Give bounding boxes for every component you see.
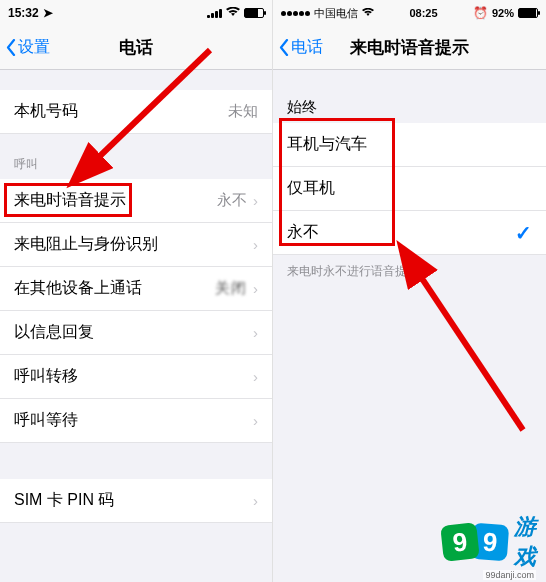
option-headphones-car[interactable]: 耳机与汽车: [273, 123, 546, 167]
row-other-devices[interactable]: 在其他设备上通话 关闭 ›: [0, 267, 272, 311]
status-time: 08:25: [374, 7, 473, 19]
chevron-left-icon: [6, 39, 16, 56]
chevron-right-icon: ›: [253, 324, 258, 341]
section-header-call: 呼叫: [0, 134, 272, 179]
row-label: 呼叫转移: [14, 366, 78, 387]
chevron-right-icon: ›: [253, 492, 258, 509]
alarm-icon: ⏰: [473, 6, 488, 20]
logo-digit: 9: [440, 522, 480, 562]
back-label: 电话: [291, 37, 323, 58]
row-label: 来电时语音提示: [14, 190, 126, 211]
row-label: SIM 卡 PIN 码: [14, 490, 114, 511]
row-label: 来电阻止与身份识别: [14, 234, 158, 255]
row-value: 关闭: [215, 279, 247, 298]
chevron-right-icon: ›: [253, 368, 258, 385]
left-phone-screen: 15:32 ➤ 设置 电话 本机号码 未知: [0, 0, 273, 582]
nav-bar: 设置 电话: [0, 26, 272, 70]
status-bar: 15:32 ➤: [0, 0, 272, 26]
signal-icon: [207, 9, 222, 18]
chevron-right-icon: ›: [253, 236, 258, 253]
watermark-url: 99danji.com: [483, 570, 536, 580]
chevron-left-icon: [279, 39, 289, 56]
section-header: 始终: [273, 70, 546, 123]
row-call-forwarding[interactable]: 呼叫转移 ›: [0, 355, 272, 399]
wifi-icon: [362, 6, 374, 20]
right-phone-screen: 中国电信 08:25 ⏰ 92% 电话 来电时语音提示 始终: [273, 0, 546, 582]
wifi-icon: [226, 6, 240, 20]
nav-bar: 电话 来电时语音提示: [273, 26, 546, 70]
chevron-right-icon: ›: [253, 412, 258, 429]
option-headphones-only[interactable]: 仅耳机: [273, 167, 546, 211]
row-label: 本机号码: [14, 101, 78, 122]
option-never[interactable]: 永不 ✓: [273, 211, 546, 255]
row-label: 呼叫等待: [14, 410, 78, 431]
back-button[interactable]: 电话: [273, 37, 329, 58]
row-sim-pin[interactable]: SIM 卡 PIN 码 ›: [0, 479, 272, 523]
row-value: 未知: [228, 102, 258, 121]
battery-icon: [518, 8, 538, 18]
carrier-label: 中国电信: [314, 6, 358, 21]
option-label: 永不: [287, 222, 319, 243]
battery-icon: [244, 8, 264, 18]
row-label: 在其他设备上通话: [14, 278, 142, 299]
row-block-id[interactable]: 来电阻止与身份识别 ›: [0, 223, 272, 267]
row-value: 永不: [217, 191, 247, 210]
status-bar: 中国电信 08:25 ⏰ 92%: [273, 0, 546, 26]
back-label: 设置: [18, 37, 50, 58]
option-label: 仅耳机: [287, 178, 335, 199]
row-reply-message[interactable]: 以信息回复 ›: [0, 311, 272, 355]
footer-note: 来电时永不进行语音提示。: [273, 255, 546, 288]
back-button[interactable]: 设置: [0, 37, 56, 58]
battery-text: 92%: [492, 7, 514, 19]
watermark-text: 游戏: [514, 512, 536, 572]
option-label: 耳机与汽车: [287, 134, 367, 155]
status-time: 15:32: [8, 6, 39, 20]
signal-icon: [281, 11, 310, 16]
row-call-waiting[interactable]: 呼叫等待 ›: [0, 399, 272, 443]
row-label: 以信息回复: [14, 322, 94, 343]
chevron-right-icon: ›: [253, 192, 258, 209]
row-my-number[interactable]: 本机号码 未知: [0, 90, 272, 134]
chevron-right-icon: ›: [253, 280, 258, 297]
row-announce-calls[interactable]: 来电时语音提示 永不 ›: [0, 179, 272, 223]
checkmark-icon: ✓: [515, 221, 532, 245]
location-icon: ➤: [43, 6, 53, 20]
